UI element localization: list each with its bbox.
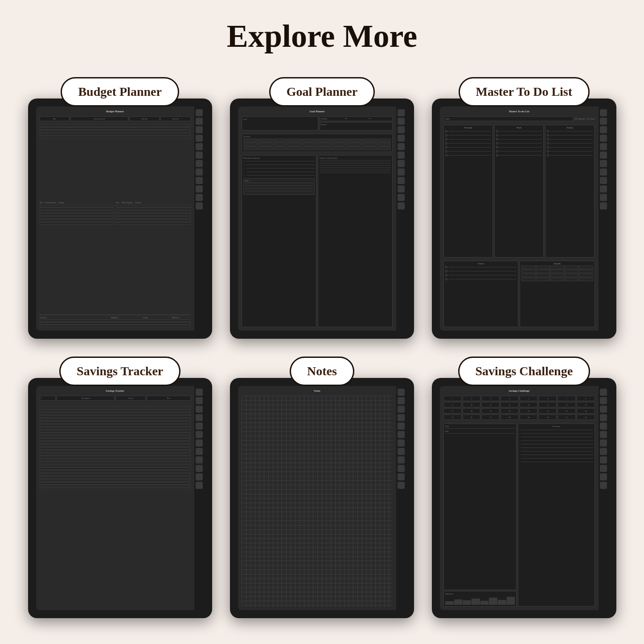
mt-personal-label: Personal — [445, 127, 491, 129]
grid-cell — [565, 266, 578, 269]
gp-grid-cell — [362, 143, 376, 146]
bp-income-row — [40, 133, 191, 135]
budget-planner-tablet: Budget Planner Date Income Sources Amoun… — [28, 98, 212, 339]
savings-challenge-content: Savings Challenge 1 2 3 4 5 6 7 8 9 10 1… — [440, 386, 598, 610]
gp-grid-cell — [258, 139, 272, 142]
st-row — [40, 462, 191, 464]
tab-may — [398, 422, 405, 430]
tab-aug — [600, 168, 607, 176]
gp-overview-grid — [243, 139, 391, 150]
tab-jan — [196, 389, 203, 396]
card-budget-planner[interactable]: Budget Planner Budget Planner Date Incom… — [28, 77, 212, 339]
bp-overview-row2 — [40, 322, 191, 324]
card-master-todo[interactable]: Master To Do List Master To-do List Urge… — [432, 77, 616, 339]
todo-item — [445, 138, 491, 140]
sc-num-13: 13 — [520, 402, 538, 407]
sc-num-6: 6 — [538, 396, 557, 401]
bp-fixed-row — [40, 211, 115, 213]
todo-item — [547, 134, 593, 136]
tab-dec — [398, 482, 405, 489]
sc-num-10: 10 — [463, 402, 481, 407]
gp-notes-grid — [245, 183, 313, 193]
sc-num-3: 3 — [481, 396, 500, 401]
sc-num-2: 2 — [463, 396, 481, 401]
tab-jan — [196, 109, 203, 116]
gp-grid-cell — [243, 143, 258, 146]
st-row — [40, 436, 191, 438]
gp-grid-cell — [303, 139, 317, 142]
todo-item — [496, 150, 542, 152]
tab-apr — [398, 135, 405, 142]
gp-needs-list: → → → → → — [243, 160, 315, 176]
sc-num-25: 25 — [443, 414, 462, 420]
sc-bar — [445, 601, 454, 605]
goal-planner-content: Goal Planner Goal Deadline Date Days — [238, 107, 396, 331]
card-notes[interactable]: Notes Notes — [230, 357, 414, 618]
st-row — [40, 439, 191, 441]
mt-cancel-circle — [587, 118, 589, 120]
gp-grid-cell — [273, 139, 287, 142]
gp-grid-cell — [362, 147, 376, 150]
bp-actual-label: Actual — [131, 316, 160, 319]
gp-progress-label: Progress / Achievements — [320, 157, 391, 159]
bp-fixed-row — [40, 217, 115, 219]
tab-jul — [600, 160, 607, 167]
bp-overview-row3 — [40, 325, 191, 327]
grid-cell — [565, 274, 578, 277]
tab-dec — [196, 482, 203, 489]
budget-planner-side-tabs — [194, 107, 204, 331]
savings-challenge-label: Savings Challenge — [458, 357, 591, 386]
tab-aug — [600, 448, 607, 455]
tab-feb — [398, 397, 405, 404]
savings-tracker-content: Savings Tracker # Description Amount Not… — [36, 386, 194, 610]
st-row — [40, 468, 191, 470]
bp-fixed-row — [40, 222, 115, 225]
gp-grid-cell — [347, 147, 361, 150]
gp-progress-list — [320, 160, 391, 173]
tab-oct — [196, 465, 203, 472]
st-row — [40, 473, 191, 476]
grid-cell — [536, 278, 550, 281]
bp-fixed-row — [40, 208, 115, 210]
bp-other-row — [116, 219, 191, 222]
card-savings-tracker[interactable]: Savings Tracker Savings Tracker # Descri… — [28, 357, 212, 618]
notes-tablet: Notes — [230, 378, 414, 618]
mt-family-label: Family — [547, 127, 593, 129]
todo-item — [496, 134, 542, 136]
tab-aug — [196, 448, 203, 455]
card-goal-planner[interactable]: Goal Planner Goal Planner Goal Deadline — [230, 77, 414, 339]
gp-date-label: Date — [345, 118, 367, 120]
gp-screen-title: Goal Planner — [242, 110, 393, 113]
sc-exceptions-list: • • • • • • • • • • — [520, 429, 593, 463]
tab-mar — [600, 126, 607, 133]
goal-planner-tablet: Goal Planner Goal Deadline Date Days — [230, 98, 414, 339]
sc-chart-box: Milestones — [443, 591, 517, 607]
tab-jun — [196, 152, 203, 159]
card-savings-challenge[interactable]: Savings Challenge Savings Challenge 1 2 … — [432, 357, 616, 618]
tab-apr — [600, 135, 607, 142]
tab-oct — [600, 185, 607, 193]
grid-cell — [579, 270, 593, 273]
bp-overview-label: Overview — [40, 316, 99, 319]
tab-aug — [398, 168, 405, 176]
sc-num-5: 5 — [520, 396, 538, 401]
st-row — [40, 476, 191, 479]
tab-apr — [196, 135, 203, 142]
bp-aftertax-header: After Tax — [162, 118, 189, 120]
tab-jun — [196, 431, 203, 438]
st-row — [40, 413, 191, 415]
grid-cell — [536, 266, 550, 269]
st-row — [40, 488, 191, 490]
gp-grid-cell — [377, 147, 391, 150]
bp-amount-header: Amount — [131, 118, 158, 120]
gp-grid-cell — [377, 143, 391, 146]
gp-grid-cell — [317, 139, 332, 142]
todo-item — [547, 150, 593, 152]
tab-dec — [600, 482, 607, 489]
st-row — [40, 450, 191, 452]
todo-item — [547, 142, 593, 144]
gp-grid-cell — [288, 147, 302, 150]
tab-sep — [600, 177, 607, 184]
gp-grid-cell — [243, 139, 258, 142]
tab-nov — [196, 194, 203, 201]
